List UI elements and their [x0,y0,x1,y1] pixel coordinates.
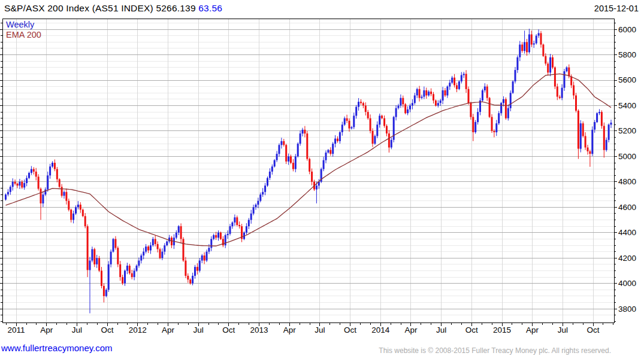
candle [566,68,567,71]
candle [279,145,280,154]
candle [521,45,523,51]
candle [227,234,229,235]
candle [608,124,610,140]
candle [585,136,586,147]
candle [503,99,504,103]
x-axis-label: Jul [558,325,568,334]
candle [538,33,540,35]
legend-ema: EMA 200 [6,30,41,40]
candle [103,286,105,296]
y-axis-label: 4400 [618,228,636,237]
candle [168,238,170,241]
candle [194,267,196,276]
candle [253,207,255,214]
candle [54,163,56,169]
candle [507,108,509,118]
candle [453,78,455,86]
as-of-date: 2015-12-01 [594,4,639,13]
candle [49,166,51,175]
candle [134,270,135,277]
candle [591,130,593,154]
candle [105,290,107,296]
chart-title: S&P/ASX 200 Index (AS51 INDEX) 5266.139 … [4,3,222,14]
candle [222,239,224,245]
candle [65,192,67,201]
candle [445,90,446,96]
candle [350,127,352,129]
x-axis-label: Oct [586,325,599,334]
candle [199,261,201,271]
candle [259,194,261,201]
y-axis-ticks [0,23,617,321]
x-axis-label: Oct [465,325,478,334]
candle [38,177,40,188]
candle [98,258,100,270]
candle [575,96,577,111]
candle [157,244,159,250]
candle [122,277,123,284]
website-link[interactable]: www.fullertreacymoney.com [1,343,113,353]
candle [589,151,591,154]
y-minor-gridlines [2,23,614,321]
candle [295,156,297,169]
candle [220,233,222,239]
candle [5,194,7,200]
candle [166,242,168,245]
candle [498,113,500,123]
x-axis-label: Oct [222,325,235,334]
candle [493,131,495,132]
candle [180,226,182,239]
candle [262,192,264,194]
candle [155,239,156,244]
candle [526,42,528,52]
x-axis-label: 2012 [129,325,147,334]
last-price: 5266.139 [156,3,195,13]
candle [416,89,418,96]
candle [365,105,367,112]
candle [110,252,112,264]
candle [433,94,434,101]
y-axis-labels: 3800400042004400460048005000520054005600… [618,25,636,314]
candle [477,112,479,122]
candle [379,115,380,124]
x-axis-labels: 2011AprJulOct2012AprJulOct2013AprJulOct2… [8,325,600,334]
candle [145,247,147,252]
candle [215,235,217,238]
candle [409,105,411,109]
candle [412,103,413,105]
candle [601,112,603,126]
candle [12,182,14,187]
candle [269,172,271,178]
candle [367,112,369,118]
candle [376,124,378,136]
x-axis-label: Jul [193,325,203,334]
candle [486,87,488,98]
candle [341,124,343,132]
candle [582,123,584,136]
candle [213,235,214,239]
y-axis-label: 6000 [618,25,636,34]
candle [536,36,537,44]
candle [31,169,32,173]
candle [440,101,442,103]
copyright-text: This website is © 2008-2015 Fuller Treac… [379,346,611,355]
candle [578,111,579,149]
x-axis-label: Oct [344,325,356,334]
candle [119,264,121,277]
candle [603,126,605,150]
candle [540,33,542,44]
candle [428,92,430,95]
candle [208,248,210,251]
candle [250,214,252,220]
candle [306,133,308,159]
candle [61,187,63,196]
x-axis-label: Apr [283,325,297,334]
chart-legend: Weekly EMA 200 [6,20,41,40]
candle [515,70,516,81]
candle [84,216,86,226]
x-axis-label: Apr [162,325,175,334]
candle [231,223,233,226]
candle [547,63,549,72]
candle [229,226,231,234]
candle [323,160,325,169]
